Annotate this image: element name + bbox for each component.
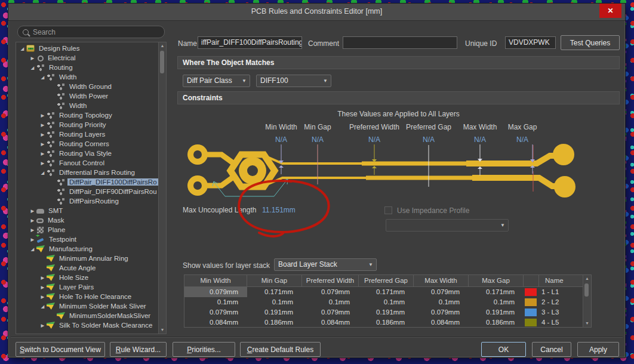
- twisty-collapsed-icon[interactable]: ▶: [39, 323, 47, 328]
- twisty-collapsed-icon[interactable]: ▶: [29, 208, 36, 214]
- col-header-max-gap[interactable]: Max Gap: [469, 275, 524, 286]
- scroll-up-icon[interactable]: ▲: [583, 275, 591, 282]
- ok-button[interactable]: OK: [481, 342, 526, 357]
- table-cell[interactable]: 0.191mm: [469, 307, 524, 317]
- title-bar[interactable]: PCB Rules and Constraints Editor [mm] ✕: [8, 4, 625, 21]
- table-scroll-thumb[interactable]: [584, 283, 589, 297]
- tree-item-width-power[interactable]: Width Power: [16, 91, 159, 101]
- tree-item-routing-layers[interactable]: ▶Routing Layers: [16, 129, 159, 139]
- layer-name-cell[interactable]: 1 - L1: [539, 287, 583, 297]
- tree-scroll-thumb[interactable]: [160, 51, 164, 73]
- twisty-collapsed-icon[interactable]: ▶: [39, 161, 47, 166]
- scroll-up-icon[interactable]: ▲: [159, 42, 166, 50]
- layer-name-cell[interactable]: 3 - L3: [539, 307, 583, 317]
- create-default-rules-button[interactable]: Create Default Rules: [240, 342, 321, 357]
- unique-id-input[interactable]: VDVDXPWK: [505, 36, 556, 49]
- tree-item-width-ground[interactable]: Width Ground: [16, 82, 159, 91]
- twisty-collapsed-icon[interactable]: ▶: [39, 113, 47, 118]
- scroll-down-icon[interactable]: ▼: [583, 320, 591, 327]
- name-input[interactable]: iffPair_DIFF100DiffPairsRouting: [198, 36, 302, 49]
- table-cell[interactable]: 0.084mm: [414, 317, 469, 328]
- tree-item-minimum-solder-mask-sliver[interactable]: ◢Minimum Solder Mask Sliver: [16, 301, 159, 311]
- twisty-collapsed-icon[interactable]: ▶: [39, 122, 47, 128]
- impedance-dropdown[interactable]: ▼: [386, 219, 509, 232]
- tree-item-fanout-control[interactable]: ▶Fanout Control: [16, 158, 159, 168]
- col-header-min-width[interactable]: Min Width: [184, 275, 247, 286]
- close-button[interactable]: ✕: [599, 4, 621, 18]
- twisty-collapsed-icon[interactable]: ▶: [39, 294, 47, 300]
- tree-item-hole-size[interactable]: ▶Hole Size: [16, 273, 159, 282]
- table-scrollbar[interactable]: ▲ ▼: [583, 275, 591, 327]
- tree-item-manufacturing[interactable]: ◢Manufacturing: [16, 244, 159, 254]
- twisty-expanded-icon[interactable]: ◢: [39, 75, 47, 80]
- priorities-button[interactable]: Priorities...: [173, 342, 235, 357]
- table-cell[interactable]: 0.1mm: [414, 297, 469, 307]
- layer-name-cell[interactable]: 2 - L2: [539, 297, 583, 307]
- table-row[interactable]: 0.1mm0.1mm0.1mm0.1mm0.1mm0.1mm2 - L2: [184, 297, 583, 307]
- tree-item-width[interactable]: ◢Width: [16, 72, 159, 82]
- twisty-collapsed-icon[interactable]: ▶: [29, 55, 36, 61]
- table-cell[interactable]: 0.079mm: [414, 307, 469, 317]
- rule-wizard-button[interactable]: Rule Wizard...: [110, 342, 167, 357]
- table-cell[interactable]: 0.084mm: [302, 317, 359, 328]
- table-cell[interactable]: 0.186mm: [247, 317, 302, 328]
- table-cell[interactable]: 0.1mm: [247, 297, 302, 307]
- tree-item-minimumsoldermasksliver[interactable]: MinimumSolderMaskSliver: [16, 311, 159, 320]
- twisty-collapsed-icon[interactable]: ▶: [39, 141, 47, 147]
- tree-item-design-rules[interactable]: ◢Design Rules: [16, 44, 159, 53]
- apply-button[interactable]: Apply: [577, 342, 619, 357]
- impedance-checkbox[interactable]: [384, 206, 392, 214]
- switch-to-document-view-button[interactable]: Switch to Document View: [16, 342, 105, 357]
- twisty-collapsed-icon[interactable]: ▶: [29, 218, 36, 223]
- tree-item-diffpair-diff100diffpairsro[interactable]: DiffPair_DIFF100DiffPairsRo: [16, 177, 159, 187]
- scroll-down-icon[interactable]: ▼: [159, 326, 166, 334]
- table-cell[interactable]: 0.191mm: [247, 307, 302, 317]
- table-cell[interactable]: 0.079mm: [184, 287, 247, 297]
- tree-item-routing-corners[interactable]: ▶Routing Corners: [16, 139, 159, 149]
- twisty-collapsed-icon[interactable]: ▶: [39, 151, 47, 156]
- tree-item-width[interactable]: Width: [16, 101, 159, 110]
- table-row[interactable]: 0.079mm0.191mm0.079mm0.191mm0.079mm0.191…: [184, 307, 583, 317]
- twisty-expanded-icon[interactable]: ◢: [19, 46, 26, 51]
- table-cell[interactable]: 0.079mm: [302, 287, 359, 297]
- col-header-preferred-width[interactable]: Preferred Width: [302, 275, 359, 286]
- table-cell[interactable]: 0.079mm: [302, 307, 359, 317]
- table-cell[interactable]: 0.1mm: [359, 297, 414, 307]
- table-row[interactable]: 0.084mm0.186mm0.084mm0.186mm0.084mm0.186…: [184, 317, 583, 328]
- tree-item-smt[interactable]: ▶SMT: [16, 206, 159, 215]
- search-input[interactable]: Search: [17, 26, 165, 38]
- twisty-collapsed-icon[interactable]: ▶: [39, 285, 47, 290]
- tree-item-electrical[interactable]: ▶Electrical: [16, 53, 159, 63]
- table-cell[interactable]: 0.1mm: [469, 297, 524, 307]
- tree-item-routing-via-style[interactable]: ▶Routing Via Style: [16, 149, 159, 158]
- table-cell[interactable]: 0.191mm: [359, 307, 414, 317]
- col-header-preferred-gap[interactable]: Preferred Gap: [359, 275, 414, 286]
- layer-stack-dropdown[interactable]: Board Layer Stack ▼: [274, 258, 377, 271]
- twisty-expanded-icon[interactable]: ◢: [29, 246, 36, 252]
- tree-item-differential-pairs-routing[interactable]: ◢Differential Pairs Routing: [16, 168, 159, 177]
- table-cell[interactable]: 0.079mm: [414, 287, 469, 297]
- tree-item-acute-angle[interactable]: Acute Angle: [16, 263, 159, 273]
- twisty-expanded-icon[interactable]: ◢: [39, 170, 47, 175]
- tree-item-routing-topology[interactable]: ▶Routing Topology: [16, 110, 159, 120]
- tree-item-silk-to-solder-mask-clearance[interactable]: ▶Silk To Solder Mask Clearance: [16, 320, 159, 330]
- table-cell[interactable]: 0.1mm: [184, 297, 247, 307]
- twisty-expanded-icon[interactable]: ◢: [29, 65, 36, 70]
- diff-class-dropdown[interactable]: DIFF100 ▼: [256, 75, 331, 87]
- table-cell[interactable]: 0.186mm: [469, 317, 524, 328]
- tree-item-diffpair-diff90diffpairsrou[interactable]: DiffPair_DIFF90DiffPairsRou: [16, 187, 159, 196]
- tree-item-routing[interactable]: ◢Routing: [16, 63, 159, 72]
- tree-item-minimum-annular-ring[interactable]: Minimum Annular Ring: [16, 254, 159, 263]
- table-cell[interactable]: 0.171mm: [359, 287, 414, 297]
- table-cell[interactable]: 0.079mm: [184, 307, 247, 317]
- col-header-max-width[interactable]: Max Width: [414, 275, 469, 286]
- col-header-name[interactable]: Name: [539, 275, 583, 286]
- comment-input[interactable]: [343, 36, 457, 49]
- tree-item-routing-priority[interactable]: ▶Routing Priority: [16, 120, 159, 129]
- tree-item-testpoint[interactable]: ▶Testpoint: [16, 235, 159, 244]
- tree-scrollbar[interactable]: ▲ ▼: [158, 42, 166, 334]
- table-row[interactable]: 0.079mm0.171mm0.079mm0.171mm0.079mm0.171…: [184, 287, 583, 297]
- table-cell[interactable]: 0.186mm: [359, 317, 414, 328]
- table-cell[interactable]: 0.171mm: [247, 287, 302, 297]
- test-queries-button[interactable]: Test Queries: [561, 35, 620, 50]
